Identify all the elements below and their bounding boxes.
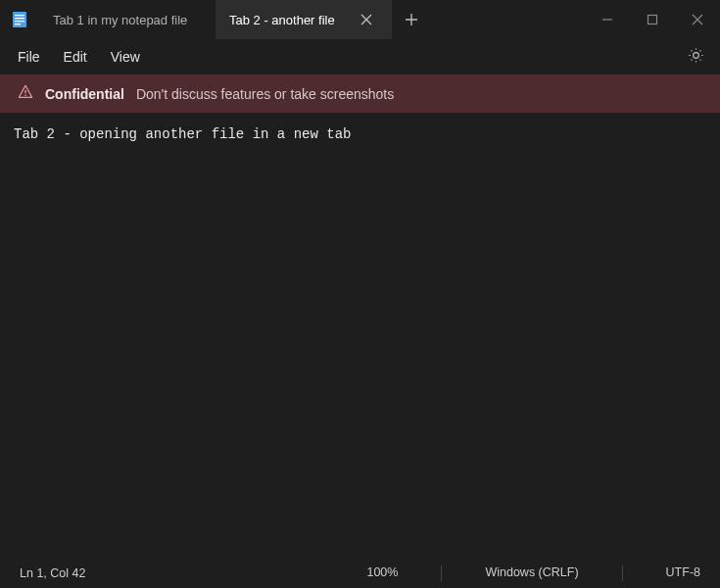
warning-icon [18,84,33,103]
menu-view[interactable]: View [99,45,152,69]
svg-rect-3 [15,21,24,22]
menu-file[interactable]: File [6,45,52,69]
status-line-endings[interactable]: Windows (CRLF) [485,565,578,581]
svg-rect-1 [15,15,24,16]
banner-text: Don't discuss features or take screensho… [136,86,394,102]
menu-bar: File Edit View [0,39,720,74]
svg-rect-7 [24,95,25,96]
gear-icon [688,47,704,64]
confidential-banner: Confidential Don't discuss features or t… [0,74,720,113]
banner-label: Confidential [45,86,124,102]
status-bar: Ln 1, Col 42 100% Windows (CRLF) UTF-8 [0,559,720,588]
editor-area[interactable]: Tab 2 - opening another file in a new ta… [0,113,720,559]
separator [622,565,623,581]
tab-label: Tab 2 - another file [229,13,335,27]
svg-rect-5 [648,16,657,24]
status-zoom[interactable]: 100% [366,565,398,581]
app-icon [0,0,39,39]
svg-rect-4 [15,24,21,24]
status-position[interactable]: Ln 1, Col 42 [20,566,327,580]
tab-strip: Tab 1 in my notepad file Tab 2 - another… [39,0,585,39]
window-controls [585,0,720,39]
close-window-button[interactable] [675,0,720,39]
separator [441,565,442,581]
minimize-button[interactable] [585,0,630,39]
add-tab-button[interactable] [392,0,431,39]
tab-label: Tab 1 in my notepad file [53,13,187,27]
svg-rect-6 [24,90,25,93]
tab-2[interactable]: Tab 2 - another file [216,0,392,39]
close-tab-icon[interactable] [355,8,378,31]
menu-items: File Edit View [6,45,152,69]
settings-button[interactable] [678,47,714,68]
svg-rect-2 [15,18,24,19]
status-encoding[interactable]: UTF-8 [666,565,700,581]
tab-1[interactable]: Tab 1 in my notepad file [39,0,216,39]
title-bar: Tab 1 in my notepad file Tab 2 - another… [0,0,720,39]
svg-rect-0 [13,12,26,27]
menu-edit[interactable]: Edit [52,45,99,69]
maximize-button[interactable] [630,0,675,39]
